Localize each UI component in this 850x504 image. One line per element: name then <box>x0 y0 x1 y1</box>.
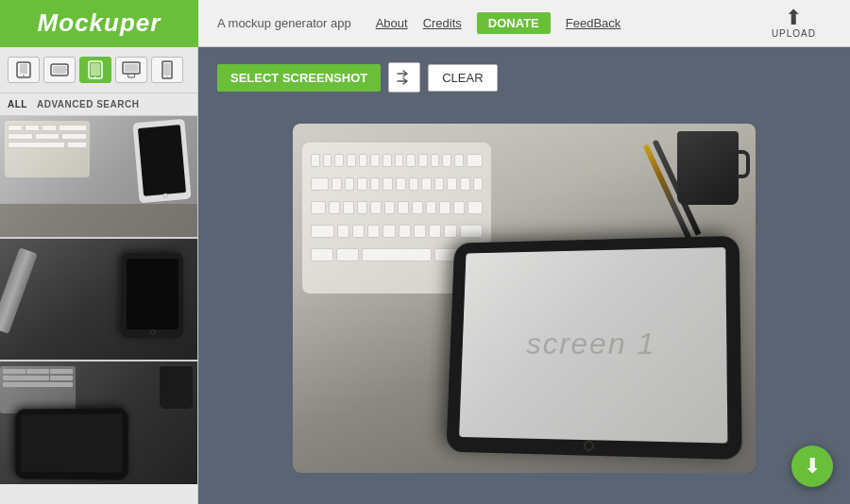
thumbnail-item-3[interactable] <box>0 361 197 484</box>
all-tab[interactable]: ALL <box>8 99 27 109</box>
upload-icon: ⬆ <box>785 8 802 28</box>
device-tab-phone[interactable] <box>8 57 40 83</box>
home-button <box>584 441 593 451</box>
svg-rect-1 <box>20 64 27 74</box>
logo: Mockuper <box>38 8 162 38</box>
logo-area: Mockuper <box>0 0 198 47</box>
upload-area[interactable]: ⬆ UPLOAD <box>772 8 816 39</box>
svg-point-13 <box>166 76 167 77</box>
preview-area: screen 1 <box>217 108 831 489</box>
upload-label: UPLOAD <box>772 28 816 39</box>
credits-link[interactable]: Credits <box>423 16 462 30</box>
nav-area: A mockup generator app About Credits DON… <box>198 8 850 39</box>
svg-rect-10 <box>125 64 138 72</box>
svg-point-5 <box>66 69 68 71</box>
thumbnail-list <box>0 116 197 504</box>
sidebar: ALL ADVANCED SEARCH <box>0 47 198 504</box>
content-area: SELECT SCREENSHOT CLEAR <box>198 47 850 504</box>
shuffle-icon <box>396 69 413 86</box>
svg-rect-12 <box>164 63 171 76</box>
clear-button[interactable]: CLEAR <box>428 64 497 92</box>
shuffle-button[interactable] <box>388 62 420 92</box>
device-tabs <box>0 47 197 93</box>
app-tagline: A mockup generator app <box>217 16 351 30</box>
download-icon: ⬇ <box>804 454 821 479</box>
device-tab-desktop[interactable] <box>115 57 147 83</box>
device-tab-tablet-portrait[interactable] <box>79 57 111 83</box>
thumbnail-item-2[interactable] <box>0 239 197 361</box>
advanced-search-tab[interactable]: ADVANCED SEARCH <box>37 99 139 109</box>
action-bar: SELECT SCREENSHOT CLEAR <box>217 62 831 92</box>
about-link[interactable]: About <box>376 16 408 30</box>
screen-label: screen 1 <box>526 326 656 361</box>
donate-button[interactable]: DONATE <box>477 12 551 34</box>
device-tab-other[interactable] <box>151 57 183 83</box>
ipad-mockup: screen 1 <box>446 236 741 460</box>
download-button[interactable]: ⬇ <box>791 445 833 487</box>
mug-prop <box>677 131 748 211</box>
svg-point-8 <box>94 76 96 78</box>
svg-rect-7 <box>91 63 100 76</box>
mockup-preview: screen 1 <box>293 124 756 473</box>
select-screenshot-button[interactable]: SELECT SCREENSHOT <box>217 64 381 92</box>
device-tab-tablet-landscape[interactable] <box>43 57 76 83</box>
svg-point-2 <box>23 75 25 76</box>
svg-rect-4 <box>53 66 66 74</box>
search-tabs: ALL ADVANCED SEARCH <box>0 93 197 116</box>
feedback-link[interactable]: FeedBack <box>566 16 621 30</box>
thumbnail-item-1[interactable] <box>0 116 197 239</box>
header: Mockuper A mockup generator app About Cr… <box>0 0 850 47</box>
main-layout: ALL ADVANCED SEARCH <box>0 47 850 504</box>
